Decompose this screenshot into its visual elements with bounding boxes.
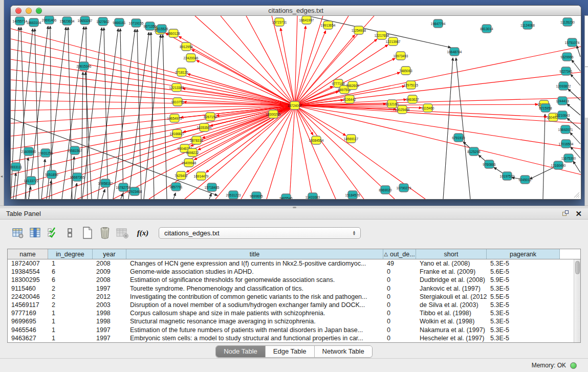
graph-node[interactable]: 7425402 bbox=[175, 171, 188, 180]
table-cell[interactable]: 5.3E-5 bbox=[487, 335, 560, 342]
table-cell[interactable]: 0 bbox=[383, 276, 416, 283]
table-row[interactable]: 1938455462009Genome-wide association stu… bbox=[8, 268, 574, 276]
graph-node[interactable]: 1527602 bbox=[96, 17, 110, 26]
table-cell[interactable]: 0 bbox=[383, 285, 416, 292]
graph-node[interactable]: 10719155 bbox=[129, 19, 144, 27]
table-row[interactable]: 911546021997Tourette syndrome. Phenomeno… bbox=[8, 285, 574, 293]
table-cell[interactable]: 5.3E-5 bbox=[487, 326, 560, 334]
graph-node[interactable]: 11675300 bbox=[561, 154, 576, 162]
minimize-window-icon[interactable] bbox=[26, 8, 32, 14]
network-window-titlebar[interactable]: citations_edges.txt bbox=[11, 6, 581, 16]
table-row[interactable]: 946554611997Estimation of the future num… bbox=[8, 326, 574, 334]
zoom-window-icon[interactable] bbox=[36, 8, 42, 14]
column-header-pagerank[interactable]: pagerank bbox=[487, 249, 560, 259]
table-cell[interactable]: 0 bbox=[383, 268, 416, 275]
resize-grip-icon[interactable] bbox=[573, 191, 580, 198]
table-cell[interactable]: Dudbridge et al. (2008) bbox=[416, 276, 487, 283]
row-height-icon[interactable] bbox=[62, 225, 78, 240]
graph-node[interactable]: 1244413 bbox=[556, 97, 569, 105]
table-row[interactable]: 2242004622012Investigating the contribut… bbox=[8, 293, 574, 301]
graph-node[interactable]: 9699695 bbox=[250, 192, 263, 199]
create-table-icon[interactable] bbox=[80, 225, 95, 240]
graph-node[interactable]: 5878314 bbox=[190, 136, 203, 144]
table-cell[interactable]: 9465546 bbox=[8, 326, 48, 334]
tab-edge-table[interactable]: Edge Table bbox=[266, 346, 315, 357]
table-cell[interactable]: 2012 bbox=[93, 293, 126, 300]
column-header-short[interactable]: short bbox=[416, 249, 487, 259]
graph-node[interactable]: 2718120 bbox=[175, 68, 188, 76]
table-cell[interactable]: Estimation of the future numbers of pati… bbox=[126, 326, 383, 334]
graph-node[interactable]: 10790219 bbox=[397, 184, 411, 192]
table-cell[interactable]: 9699695 bbox=[8, 318, 48, 325]
table-row[interactable]: 1830029562008Estimation of significance … bbox=[8, 276, 574, 284]
graph-node[interactable]: 15718485 bbox=[205, 183, 220, 191]
graph-node[interactable]: 17016504 bbox=[559, 140, 574, 148]
panel-splitter[interactable] bbox=[0, 206, 588, 208]
table-cell[interactable]: 1997 bbox=[93, 335, 126, 342]
function-builder-icon[interactable]: f(x) bbox=[135, 225, 150, 240]
close-panel-icon[interactable]: ✕ bbox=[575, 210, 582, 217]
graph-node[interactable]: 9671358 bbox=[143, 22, 157, 30]
table-cell[interactable]: 49 bbox=[383, 260, 416, 267]
graph-node[interactable]: 22420046 bbox=[184, 54, 199, 62]
table-cell[interactable]: Embryonic stem cells: a model to study s… bbox=[126, 335, 383, 342]
graph-node[interactable]: 19166827 bbox=[170, 129, 185, 138]
graph-node[interactable]: 9933111 bbox=[11, 163, 23, 171]
column-header-year[interactable]: year bbox=[93, 249, 126, 259]
column-header-out-de-[interactable]: △out_de... bbox=[383, 249, 416, 259]
column-header-title[interactable]: title bbox=[126, 249, 383, 259]
close-window-icon[interactable] bbox=[15, 8, 21, 14]
graph-node[interactable]: 18663104 bbox=[27, 18, 41, 27]
table-cell[interactable]: 2003 bbox=[93, 301, 126, 309]
table-cell[interactable]: 6 bbox=[48, 268, 93, 275]
panel-collapse-arrow-icon[interactable]: ◂ bbox=[1, 174, 3, 179]
graph-node[interactable]: 7485063 bbox=[399, 67, 412, 75]
graph-node[interactable]: 19654975 bbox=[167, 114, 182, 122]
table-cell[interactable]: 1997 bbox=[93, 285, 126, 292]
graph-node[interactable]: 9760866 bbox=[483, 160, 496, 168]
graph-node[interactable]: 12213363 bbox=[169, 83, 184, 92]
column-header-name[interactable]: name bbox=[8, 249, 48, 259]
left-collapsed-panel[interactable]: ◂ bbox=[0, 0, 4, 206]
table-cell[interactable]: 9463627 bbox=[8, 335, 48, 342]
graph-node[interactable]: 16409948 bbox=[182, 159, 197, 167]
table-row[interactable]: 977716911998Corpus callosum shape and si… bbox=[8, 309, 574, 317]
graph-node[interactable]: 15751074 bbox=[565, 38, 580, 47]
graph-node[interactable]: 20691406 bbox=[42, 16, 57, 24]
table-cell[interactable]: Genome-wide association studies in ADHD. bbox=[126, 268, 383, 275]
table-cell[interactable]: 5.3E-5 bbox=[487, 285, 560, 292]
graph-node[interactable]: 12160490 bbox=[551, 161, 566, 169]
table-settings-icon[interactable] bbox=[10, 225, 26, 240]
graph-node[interactable]: 10197533 bbox=[500, 172, 515, 180]
graph-node[interactable]: 8125298 bbox=[467, 147, 481, 156]
graph-node[interactable]: 12217658 bbox=[375, 31, 389, 39]
graph-node[interactable]: 10653287 bbox=[78, 16, 93, 25]
graph-node[interactable]: 8969020 bbox=[379, 186, 392, 194]
table-cell[interactable]: 1 bbox=[48, 335, 93, 342]
graph-node[interactable]: 8215958 bbox=[539, 104, 552, 112]
table-cell[interactable]: 6 bbox=[48, 276, 93, 283]
table-cell[interactable]: Tourette syndrome. Phenomenology and cla… bbox=[126, 285, 383, 292]
check-rows-icon[interactable] bbox=[45, 225, 60, 240]
table-cell[interactable]: Jankovic et al. (1997) bbox=[416, 285, 487, 292]
graph-node[interactable]: 7462609 bbox=[346, 81, 359, 90]
graph-node[interactable]: 9245012 bbox=[518, 176, 532, 184]
graph-node[interactable]: 9860128 bbox=[167, 29, 180, 37]
table-cell[interactable]: 1 bbox=[48, 310, 93, 317]
graph-node[interactable]: 11124068 bbox=[520, 21, 535, 29]
graph-node[interactable]: 11431683 bbox=[306, 193, 320, 199]
table-row[interactable]: 1456911722003Disruption of a novel membe… bbox=[8, 301, 574, 309]
graph-node[interactable]: 9227341 bbox=[559, 67, 573, 75]
graph-node[interactable]: 7615526 bbox=[155, 25, 168, 33]
table-cell[interactable]: 5.3E-5 bbox=[487, 301, 560, 309]
table-cell[interactable]: 9115460 bbox=[8, 285, 48, 292]
scrollbar-thumb[interactable] bbox=[575, 261, 580, 274]
table-cell[interactable]: Structural magnetic resonance image aver… bbox=[126, 318, 383, 325]
table-cell[interactable]: 0 bbox=[383, 335, 416, 342]
table-cell[interactable]: 1997 bbox=[93, 326, 126, 334]
table-cell[interactable]: 5.3E-5 bbox=[487, 318, 560, 325]
table-cell[interactable]: Estimation of significance thresholds fo… bbox=[126, 276, 383, 283]
table-cell[interactable]: 1 bbox=[48, 326, 93, 334]
graph-node[interactable]: 15823634 bbox=[60, 17, 75, 25]
graph-node[interactable]: 9498222 bbox=[186, 148, 199, 157]
